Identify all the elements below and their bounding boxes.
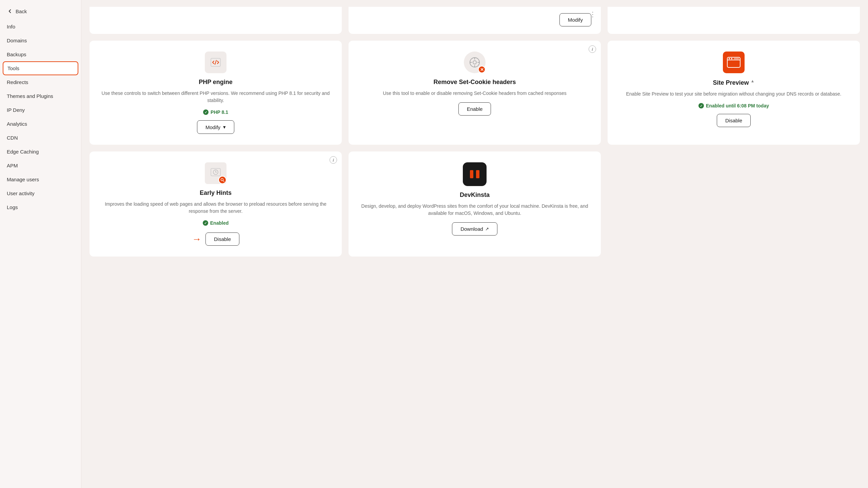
sidebar-item-backups[interactable]: Backups	[0, 47, 81, 61]
empty-slot	[608, 151, 860, 257]
svg-rect-19	[470, 170, 473, 178]
back-label: Back	[16, 8, 27, 14]
php-engine-icon-wrap	[205, 52, 226, 73]
top-modify-button[interactable]: Modify	[559, 13, 591, 26]
sidebar-item-cdn[interactable]: CDN	[0, 131, 81, 145]
top-partial-card-3	[608, 7, 860, 34]
early-hints-icon-wrap	[205, 162, 226, 184]
sidebar-item-edge-caching[interactable]: Edge Caching	[0, 145, 81, 159]
sidebar-item-info[interactable]: Info	[0, 20, 81, 34]
svg-line-18	[223, 181, 224, 182]
browser-window-icon	[727, 57, 741, 68]
sidebar-item-user-activity[interactable]: User activity	[0, 186, 81, 200]
cookie-circle-icon: ✕	[464, 52, 486, 73]
site-preview-status: Enabled until 6:08 PM today	[698, 103, 769, 108]
sidebar-item-logs[interactable]: Logs	[0, 200, 81, 214]
early-hints-arrow-row: → Disable	[192, 232, 239, 246]
site-preview-title: Site Preview ▲	[713, 79, 755, 86]
sidebar: Back Info Domains Backups Tools Redirect…	[0, 0, 81, 488]
external-link-icon: ↗	[485, 226, 489, 231]
early-hints-disable-button[interactable]: Disable	[205, 232, 239, 246]
site-preview-disable-button[interactable]: Disable	[717, 114, 751, 127]
php-engine-desc: Use these controls to switch between dif…	[99, 90, 332, 104]
cookie-icon-wrap: ✕	[464, 52, 486, 73]
sidebar-item-apm[interactable]: APM	[0, 159, 81, 172]
devkinsta-logo-icon	[463, 162, 487, 186]
devkinsta-card: DevKinsta Design, develop, and deploy Wo…	[349, 151, 601, 257]
sidebar-item-themes-plugins[interactable]: Themes and Plugins	[0, 89, 81, 103]
early-hints-status-dot	[203, 220, 208, 226]
early-hints-red-badge	[218, 176, 226, 184]
early-hints-status: Enabled	[203, 220, 229, 226]
remove-cookie-card: i ✕ Remove Set-Cookie headers Use this t…	[349, 41, 601, 145]
sidebar-item-domains[interactable]: Domains	[0, 34, 81, 47]
site-preview-status-dot	[698, 103, 704, 108]
back-button[interactable]: Back	[0, 5, 81, 20]
remove-cookie-desc: Use this tool to enable or disable remov…	[383, 90, 567, 97]
sidebar-item-tools[interactable]: Tools	[3, 61, 78, 75]
pause-icon	[468, 167, 481, 181]
top-partial-card-2: Modify ⋮	[349, 7, 601, 34]
site-preview-browser-icon	[723, 52, 745, 73]
red-x-badge: ✕	[478, 66, 486, 73]
early-hints-card: i	[90, 151, 342, 257]
top-more-icon[interactable]: ⋮	[589, 10, 596, 18]
sidebar-item-analytics[interactable]: Analytics	[0, 117, 81, 131]
php-file-icon	[205, 52, 226, 73]
top-partial-card-1	[90, 7, 342, 34]
sidebar-item-manage-users[interactable]: Manage users	[0, 172, 81, 186]
devkinsta-icon-wrap	[463, 162, 487, 186]
warning-triangle-icon: ▲	[751, 79, 755, 83]
chevron-down-icon: ▾	[223, 124, 226, 130]
php-engine-card: PHP engine Use these controls to switch …	[90, 41, 342, 145]
devkinsta-desc: Design, develop, and deploy WordPress si…	[358, 203, 591, 217]
early-hints-info-icon[interactable]: i	[330, 156, 337, 164]
sidebar-item-ip-deny[interactable]: IP Deny	[0, 103, 81, 117]
svg-point-11	[731, 58, 732, 59]
php-code-icon	[210, 56, 222, 68]
svg-rect-12	[734, 58, 739, 59]
site-preview-icon-wrap	[723, 52, 745, 73]
svg-point-10	[729, 58, 730, 59]
devkinsta-title: DevKinsta	[460, 191, 490, 199]
php-modify-button[interactable]: Modify ▾	[197, 120, 234, 134]
sidebar-item-redirects[interactable]: Redirects	[0, 75, 81, 89]
remove-cookie-title: Remove Set-Cookie headers	[433, 79, 516, 86]
cookie-info-icon[interactable]: i	[589, 45, 596, 53]
svg-point-17	[221, 179, 223, 181]
svg-point-3	[473, 61, 476, 64]
main-content: Modify ⋮ PHP engine Use these controls t	[81, 0, 868, 488]
svg-rect-20	[476, 170, 479, 178]
back-arrow-icon	[7, 8, 13, 14]
search-icon-small	[220, 178, 224, 182]
site-preview-card: Site Preview ▲ Enable Site Preview to te…	[608, 41, 860, 145]
tools-grid: PHP engine Use these controls to switch …	[90, 41, 860, 257]
early-hints-icon-container	[205, 162, 226, 184]
remove-cookie-enable-button[interactable]: Enable	[458, 102, 491, 116]
devkinsta-download-button[interactable]: Download ↗	[452, 222, 497, 236]
early-hints-title: Early Hints	[200, 189, 232, 197]
php-status-dot	[203, 109, 209, 115]
php-engine-title: PHP engine	[199, 79, 233, 86]
early-hints-desc: Improves the loading speed of web pages …	[99, 201, 332, 215]
php-engine-status: PHP 8.1	[203, 109, 228, 115]
red-arrow-icon: →	[192, 235, 201, 244]
site-preview-desc: Enable Site Preview to test your site be…	[626, 90, 842, 98]
